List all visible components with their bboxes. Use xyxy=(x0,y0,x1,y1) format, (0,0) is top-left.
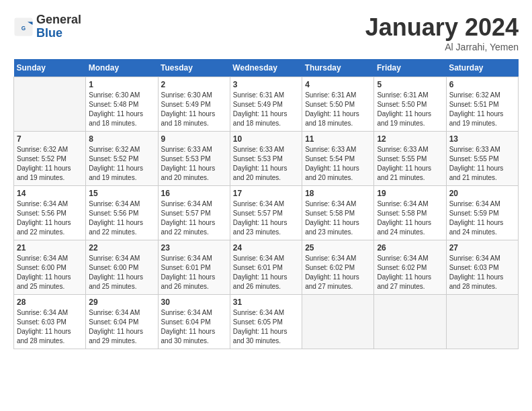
calendar-cell: 8Sunrise: 6:32 AMSunset: 5:52 PMDaylight… xyxy=(86,132,158,186)
day-info: Sunrise: 6:34 AMSunset: 6:02 PMDaylight:… xyxy=(377,254,443,291)
calendar-cell: 28Sunrise: 6:34 AMSunset: 6:03 PMDayligh… xyxy=(14,295,86,349)
calendar-cell: 21Sunrise: 6:34 AMSunset: 6:00 PMDayligh… xyxy=(14,240,86,295)
day-number: 26 xyxy=(377,243,443,253)
calendar-cell: 10Sunrise: 6:33 AMSunset: 5:53 PMDayligh… xyxy=(230,132,302,186)
calendar-cell: 30Sunrise: 6:34 AMSunset: 6:04 PMDayligh… xyxy=(158,295,230,349)
column-header-tuesday: Tuesday xyxy=(158,59,230,77)
calendar-cell: 13Sunrise: 6:33 AMSunset: 5:55 PMDayligh… xyxy=(446,132,518,186)
column-header-friday: Friday xyxy=(374,59,446,77)
day-number: 9 xyxy=(161,134,227,144)
day-info: Sunrise: 6:33 AMSunset: 5:55 PMDaylight:… xyxy=(449,145,515,183)
day-number: 19 xyxy=(377,189,443,198)
day-info: Sunrise: 6:34 AMSunset: 6:01 PMDaylight:… xyxy=(233,254,299,291)
calendar-cell: 25Sunrise: 6:34 AMSunset: 6:02 PMDayligh… xyxy=(302,240,374,295)
week-row-2: 14Sunrise: 6:34 AMSunset: 5:56 PMDayligh… xyxy=(14,186,519,240)
day-info: Sunrise: 6:31 AMSunset: 5:50 PMDaylight:… xyxy=(377,91,443,128)
day-info: Sunrise: 6:33 AMSunset: 5:54 PMDaylight:… xyxy=(305,145,371,183)
day-number: 17 xyxy=(233,189,299,198)
day-info: Sunrise: 6:34 AMSunset: 5:59 PMDaylight:… xyxy=(449,199,515,237)
day-info: Sunrise: 6:33 AMSunset: 5:53 PMDaylight:… xyxy=(161,145,227,183)
calendar-cell: 20Sunrise: 6:34 AMSunset: 5:59 PMDayligh… xyxy=(446,186,518,240)
day-info: Sunrise: 6:33 AMSunset: 5:55 PMDaylight:… xyxy=(377,145,443,183)
calendar-cell: 24Sunrise: 6:34 AMSunset: 6:01 PMDayligh… xyxy=(230,240,302,295)
day-info: Sunrise: 6:32 AMSunset: 5:52 PMDaylight:… xyxy=(17,145,83,183)
day-number: 13 xyxy=(449,134,515,144)
day-info: Sunrise: 6:34 AMSunset: 6:00 PMDaylight:… xyxy=(17,254,83,291)
week-row-0: 1Sunrise: 6:30 AMSunset: 5:48 PMDaylight… xyxy=(14,77,519,132)
calendar-cell: 16Sunrise: 6:34 AMSunset: 5:57 PMDayligh… xyxy=(158,186,230,240)
logo-line1: General xyxy=(36,13,81,26)
calendar-cell: 26Sunrise: 6:34 AMSunset: 6:02 PMDayligh… xyxy=(374,240,446,295)
day-number: 6 xyxy=(449,80,515,89)
day-number: 8 xyxy=(89,134,154,144)
day-number: 30 xyxy=(161,298,227,307)
calendar-cell: 2Sunrise: 6:30 AMSunset: 5:49 PMDaylight… xyxy=(158,77,230,132)
calendar-cell: 19Sunrise: 6:34 AMSunset: 5:58 PMDayligh… xyxy=(374,186,446,240)
calendar-table: SundayMondayTuesdayWednesdayThursdayFrid… xyxy=(13,59,519,349)
month-title: January 2024 xyxy=(365,13,519,42)
day-info: Sunrise: 6:34 AMSunset: 5:57 PMDaylight:… xyxy=(161,199,227,237)
day-info: Sunrise: 6:34 AMSunset: 6:04 PMDaylight:… xyxy=(161,308,227,346)
day-number: 14 xyxy=(17,189,83,198)
day-info: Sunrise: 6:31 AMSunset: 5:50 PMDaylight:… xyxy=(305,91,371,128)
day-number: 7 xyxy=(17,134,83,144)
day-number: 27 xyxy=(449,243,515,253)
calendar-cell: 4Sunrise: 6:31 AMSunset: 5:50 PMDaylight… xyxy=(302,77,374,132)
calendar-cell: 12Sunrise: 6:33 AMSunset: 5:55 PMDayligh… xyxy=(374,132,446,186)
day-info: Sunrise: 6:34 AMSunset: 5:56 PMDaylight:… xyxy=(17,199,83,237)
svg-text:G: G xyxy=(21,25,26,31)
day-number: 10 xyxy=(233,134,299,144)
day-info: Sunrise: 6:30 AMSunset: 5:49 PMDaylight:… xyxy=(161,91,227,128)
day-number: 11 xyxy=(305,134,371,144)
week-row-4: 28Sunrise: 6:34 AMSunset: 6:03 PMDayligh… xyxy=(14,295,519,349)
column-header-wednesday: Wednesday xyxy=(230,59,302,77)
day-number: 24 xyxy=(233,243,299,253)
calendar-cell: 18Sunrise: 6:34 AMSunset: 5:58 PMDayligh… xyxy=(302,186,374,240)
day-number: 21 xyxy=(17,243,83,253)
day-info: Sunrise: 6:34 AMSunset: 6:03 PMDaylight:… xyxy=(17,308,83,346)
day-number: 29 xyxy=(89,298,154,307)
day-number: 22 xyxy=(89,243,154,253)
calendar-cell: 11Sunrise: 6:33 AMSunset: 5:54 PMDayligh… xyxy=(302,132,374,186)
calendar-cell: 7Sunrise: 6:32 AMSunset: 5:52 PMDaylight… xyxy=(14,132,86,186)
column-header-sunday: Sunday xyxy=(14,59,86,77)
day-info: Sunrise: 6:34 AMSunset: 5:57 PMDaylight:… xyxy=(233,199,299,237)
day-info: Sunrise: 6:31 AMSunset: 5:49 PMDaylight:… xyxy=(233,91,299,128)
day-number: 15 xyxy=(89,189,154,198)
column-header-monday: Monday xyxy=(86,59,158,77)
day-info: Sunrise: 6:32 AMSunset: 5:52 PMDaylight:… xyxy=(89,145,154,183)
calendar-cell: 14Sunrise: 6:34 AMSunset: 5:56 PMDayligh… xyxy=(14,186,86,240)
calendar-cell: 23Sunrise: 6:34 AMSunset: 6:01 PMDayligh… xyxy=(158,240,230,295)
column-header-thursday: Thursday xyxy=(302,59,374,77)
day-info: Sunrise: 6:34 AMSunset: 5:56 PMDaylight:… xyxy=(89,199,154,237)
day-info: Sunrise: 6:34 AMSunset: 5:58 PMDaylight:… xyxy=(377,199,443,237)
calendar-cell: 15Sunrise: 6:34 AMSunset: 5:56 PMDayligh… xyxy=(86,186,158,240)
day-number: 18 xyxy=(305,189,371,198)
calendar-cell: 1Sunrise: 6:30 AMSunset: 5:48 PMDaylight… xyxy=(86,77,158,132)
location: Al Jarrahi, Yemen xyxy=(365,42,519,52)
week-row-3: 21Sunrise: 6:34 AMSunset: 6:00 PMDayligh… xyxy=(14,240,519,295)
day-number: 31 xyxy=(233,298,299,307)
day-info: Sunrise: 6:32 AMSunset: 5:51 PMDaylight:… xyxy=(449,91,515,128)
day-number: 2 xyxy=(161,80,227,89)
logo-icon: G xyxy=(13,17,34,37)
day-info: Sunrise: 6:34 AMSunset: 6:02 PMDaylight:… xyxy=(305,254,371,291)
day-info: Sunrise: 6:34 AMSunset: 6:05 PMDaylight:… xyxy=(233,308,299,346)
day-info: Sunrise: 6:33 AMSunset: 5:53 PMDaylight:… xyxy=(233,145,299,183)
day-info: Sunrise: 6:34 AMSunset: 5:58 PMDaylight:… xyxy=(305,199,371,237)
day-number: 23 xyxy=(161,243,227,253)
page-header: G General Blue January 2024 Al Jarrahi, … xyxy=(13,13,519,52)
calendar-cell: 9Sunrise: 6:33 AMSunset: 5:53 PMDaylight… xyxy=(158,132,230,186)
day-number: 25 xyxy=(305,243,371,253)
day-info: Sunrise: 6:30 AMSunset: 5:48 PMDaylight:… xyxy=(89,91,154,128)
title-block: January 2024 Al Jarrahi, Yemen xyxy=(365,13,519,52)
logo: G General Blue xyxy=(13,13,81,40)
header-row: SundayMondayTuesdayWednesdayThursdayFrid… xyxy=(14,59,519,77)
day-number: 16 xyxy=(161,189,227,198)
calendar-body: 1Sunrise: 6:30 AMSunset: 5:48 PMDaylight… xyxy=(14,77,519,349)
calendar-cell: 31Sunrise: 6:34 AMSunset: 6:05 PMDayligh… xyxy=(230,295,302,349)
week-row-1: 7Sunrise: 6:32 AMSunset: 5:52 PMDaylight… xyxy=(14,132,519,186)
day-number: 12 xyxy=(377,134,443,144)
day-number: 28 xyxy=(17,298,83,307)
calendar-cell: 6Sunrise: 6:32 AMSunset: 5:51 PMDaylight… xyxy=(446,77,518,132)
